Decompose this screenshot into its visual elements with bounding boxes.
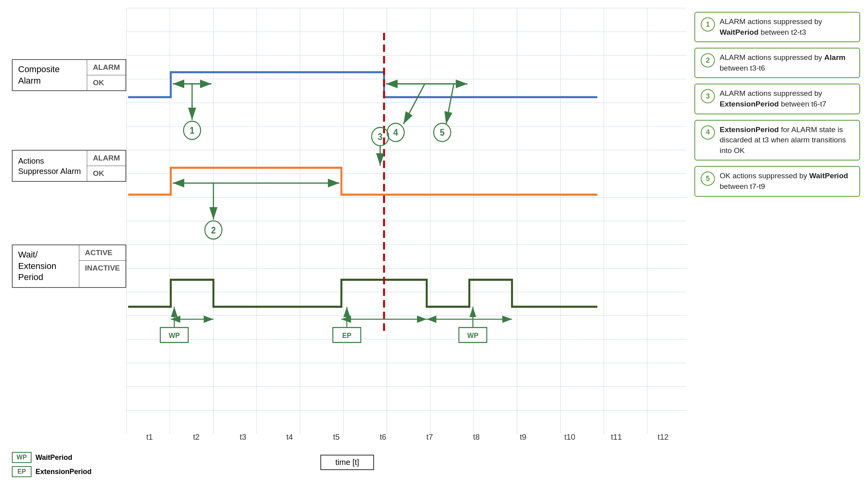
tick-t11: t11 xyxy=(593,433,640,442)
svg-text:EP: EP xyxy=(342,331,352,340)
svg-text:WP: WP xyxy=(168,331,180,340)
suppressor-ok-state: OK xyxy=(87,166,125,181)
annotation-1-text: ALARM actions suppressed by WaitPeriod b… xyxy=(720,17,854,37)
tick-t3: t3 xyxy=(220,433,266,442)
annotation-3: 3 ALARM actions suppressed by ExtensionP… xyxy=(694,84,860,114)
tick-t9: t9 xyxy=(500,433,546,442)
legend: WP WaitPeriod EP ExtensionPeriod xyxy=(12,452,92,477)
tick-t5: t5 xyxy=(313,433,359,442)
tick-t10: t10 xyxy=(546,433,593,442)
suppressor-alarm-title: Actions Suppressor Alarm xyxy=(13,151,87,181)
composite-alarm-state: ALARM xyxy=(87,60,125,75)
annotation-5-text: OK actions suppressed by WaitPeriod betw… xyxy=(720,171,854,192)
tick-t7: t7 xyxy=(406,433,453,442)
svg-line-15 xyxy=(404,84,425,124)
svg-text:5: 5 xyxy=(440,128,445,138)
main-container: 1 2 3 4 5 WP xyxy=(0,0,868,489)
svg-line-18 xyxy=(446,84,454,124)
legend-ep-label: ExtensionPeriod xyxy=(36,468,92,476)
svg-text:4: 4 xyxy=(393,128,398,138)
legend-ep: EP ExtensionPeriod xyxy=(12,466,92,477)
time-label-text: time [t] xyxy=(320,455,374,470)
annotation-1: 1 ALARM actions suppressed by WaitPeriod… xyxy=(694,12,860,42)
annotation-2-number: 2 xyxy=(701,53,715,67)
suppressor-alarm-state: ALARM xyxy=(87,151,125,166)
tick-t2: t2 xyxy=(173,433,219,442)
composite-alarm-states: ALARM OK xyxy=(87,60,125,90)
time-axis: t1 t2 t3 t4 t5 t6 t7 t8 t9 t10 t11 t12 xyxy=(126,433,687,442)
legend-wp: WP WaitPeriod xyxy=(12,452,92,463)
legend-ep-box: EP xyxy=(12,466,32,477)
suppressor-alarm-label: Actions Suppressor Alarm ALARM OK xyxy=(12,150,126,182)
tick-t1: t1 xyxy=(126,433,173,442)
svg-text:WP: WP xyxy=(467,331,479,340)
wait-ext-states: ACTIVE INACTIVE xyxy=(79,245,125,287)
wait-ext-title: Wait/ Extension Period xyxy=(13,245,79,287)
annotation-4-text: ExtensionPeriod for ALARM state is disca… xyxy=(720,125,854,156)
annotation-4-number: 4 xyxy=(701,125,715,140)
legend-wp-box: WP xyxy=(12,452,32,463)
wait-ext-label: Wait/ Extension Period ACTIVE INACTIVE xyxy=(12,244,126,288)
time-label: time [t] xyxy=(320,455,374,470)
annotation-1-number: 1 xyxy=(701,17,715,32)
active-state: ACTIVE xyxy=(79,245,125,261)
composite-ok-state: OK xyxy=(87,75,125,90)
svg-text:2: 2 xyxy=(211,225,216,235)
annotation-3-number: 3 xyxy=(701,89,715,103)
annotation-3-text: ALARM actions suppressed by ExtensionPer… xyxy=(720,88,854,109)
annotation-5: 5 OK actions suppressed by WaitPeriod be… xyxy=(694,166,860,196)
svg-text:1: 1 xyxy=(190,125,195,136)
annotation-2-text: ALARM actions suppressed by Alarm betwee… xyxy=(720,52,854,73)
tick-t12: t12 xyxy=(640,433,687,442)
annotation-2: 2 ALARM actions suppressed by Alarm betw… xyxy=(694,48,860,78)
composite-alarm-title: Composite Alarm xyxy=(13,60,87,90)
tick-t8: t8 xyxy=(453,433,499,442)
annotation-4: 4 ExtensionPeriod for ALARM state is dis… xyxy=(694,120,860,161)
annotation-5-number: 5 xyxy=(701,172,715,186)
suppressor-alarm-states: ALARM OK xyxy=(87,151,125,181)
tick-t4: t4 xyxy=(266,433,313,442)
legend-wp-label: WaitPeriod xyxy=(36,454,72,462)
tick-t6: t6 xyxy=(360,433,406,442)
chart-area: 1 2 3 4 5 WP xyxy=(8,8,687,481)
right-panel: 1 ALARM actions suppressed by WaitPeriod… xyxy=(694,8,860,481)
svg-text:3: 3 xyxy=(378,132,383,142)
composite-alarm-label: Composite Alarm ALARM OK xyxy=(12,59,126,91)
inactive-state: INACTIVE xyxy=(79,261,125,276)
